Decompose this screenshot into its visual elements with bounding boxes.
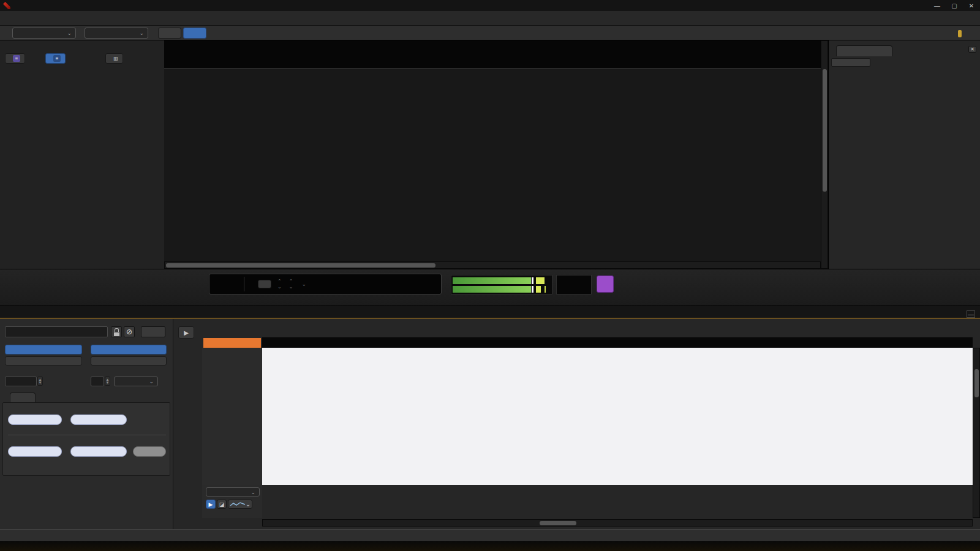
- automation-type-dropdown[interactable]: ⌄: [12, 28, 76, 39]
- use-project-tempo-button[interactable]: [5, 345, 82, 354]
- orig-key-field[interactable]: [91, 377, 104, 386]
- workspace-tabbar: —: [0, 306, 980, 318]
- markers-panel-close-button[interactable]: ✕: [968, 46, 976, 53]
- clip-name-field[interactable]: [5, 326, 108, 337]
- offset-field[interactable]: [8, 414, 62, 425]
- transpose-button[interactable]: [91, 356, 167, 365]
- orig-tempo-field[interactable]: [5, 377, 37, 386]
- markers-tab[interactable]: [836, 45, 892, 56]
- arrangement-area[interactable]: [164, 69, 821, 261]
- panel-minimize-button[interactable]: —: [967, 310, 975, 318]
- piano-vscrollbar[interactable]: [973, 348, 980, 518]
- close-button[interactable]: ✕: [963, 1, 980, 10]
- mute-clip-icon[interactable]: ⊘: [124, 326, 135, 337]
- orig-key-spinner[interactable]: ▲▼: [105, 377, 110, 386]
- master-fx-button[interactable]: [597, 276, 614, 293]
- title-bar: — ▢ ✕: [0, 0, 980, 11]
- performance-grid-icon: ⊞: [113, 56, 118, 62]
- time-section: [2, 402, 170, 476]
- length-field[interactable]: [70, 414, 127, 425]
- menu-bar: [0, 11, 980, 26]
- add-marker-button[interactable]: [831, 58, 870, 67]
- piano-keys[interactable]: [202, 348, 262, 485]
- lock-icon[interactable]: [111, 326, 122, 337]
- arrangement-vscrollbar[interactable]: [821, 40, 828, 269]
- add-track-menu-icon: ≡: [13, 55, 20, 62]
- sound-editor-panel: ⊘ ▲▼ ▲▼ ⌄: [0, 318, 980, 529]
- markers-panel: ✕: [828, 40, 980, 269]
- velocity-pointer-tool[interactable]: ▶: [206, 500, 216, 509]
- status-bar: [0, 529, 980, 541]
- minimize-button[interactable]: —: [929, 1, 946, 10]
- beats-mode-button[interactable]: [183, 28, 206, 39]
- use-project-key-button[interactable]: [91, 345, 167, 354]
- master-meter: [451, 275, 552, 294]
- app-logo-icon: [3, 2, 10, 9]
- play-clip-button[interactable]: ▶: [178, 326, 194, 339]
- scale-dropdown[interactable]: ⌄: [114, 377, 158, 386]
- bottom-strip: [0, 541, 980, 551]
- tap-tempo-button[interactable]: [258, 280, 271, 288]
- mixcraft-window: — ▢ ✕ ⌄ ⌄ ≡ ≡ ⊞ ✕: [0, 0, 980, 551]
- position-readout: [203, 338, 261, 348]
- track-panel-header: ≡ ≡ ⊞: [0, 40, 164, 69]
- velocity-header: ⌄ ▶ ◪ ⌄: [202, 485, 262, 518]
- orig-tempo-spinner[interactable]: ▲▼: [37, 377, 43, 386]
- main-toolbar: ⌄ ⌄: [0, 26, 980, 40]
- velocity-eraser-tool[interactable]: ◪: [217, 500, 227, 509]
- track-list: [0, 69, 164, 269]
- velocity-type-dropdown[interactable]: ⌄: [206, 487, 260, 497]
- add-track-button[interactable]: ≡: [5, 53, 25, 64]
- num-loops-field[interactable]: [133, 446, 166, 457]
- clip-properties: ⊘ ▲▼ ▲▼ ⌄: [0, 319, 173, 530]
- clip-signature[interactable]: [141, 326, 165, 337]
- time-mode-button[interactable]: [158, 28, 181, 39]
- piano-hscrollbar[interactable]: [262, 519, 973, 527]
- transport-display: ⌃⌄ ⌃⌄ ⌄: [209, 274, 442, 294]
- piano-roll-grid[interactable]: [262, 348, 973, 485]
- time-stretch-button[interactable]: [5, 356, 82, 365]
- time-tab[interactable]: [10, 392, 36, 403]
- maximize-button[interactable]: ▢: [946, 1, 963, 10]
- performance-button[interactable]: ⊞: [105, 53, 123, 64]
- velocity-curve-tool[interactable]: ⌄: [228, 500, 252, 509]
- piano-roll-ruler[interactable]: [262, 337, 973, 348]
- master-track-button[interactable]: ≡: [45, 53, 66, 64]
- brand-logo: [958, 28, 962, 38]
- master-eq-display[interactable]: [556, 275, 592, 294]
- arrangement-hscrollbar[interactable]: [164, 261, 821, 269]
- editor-side-toolbar: ▶: [173, 319, 202, 530]
- transport-bar: ⌃⌄ ⌃⌄ ⌄: [0, 269, 980, 306]
- master-menu-icon: ≡: [53, 55, 61, 62]
- loop-end-field[interactable]: [70, 446, 127, 457]
- snap-dropdown[interactable]: ⌄: [85, 28, 148, 39]
- timeline-ruler[interactable]: [164, 40, 821, 69]
- loop-start-field[interactable]: [8, 446, 62, 457]
